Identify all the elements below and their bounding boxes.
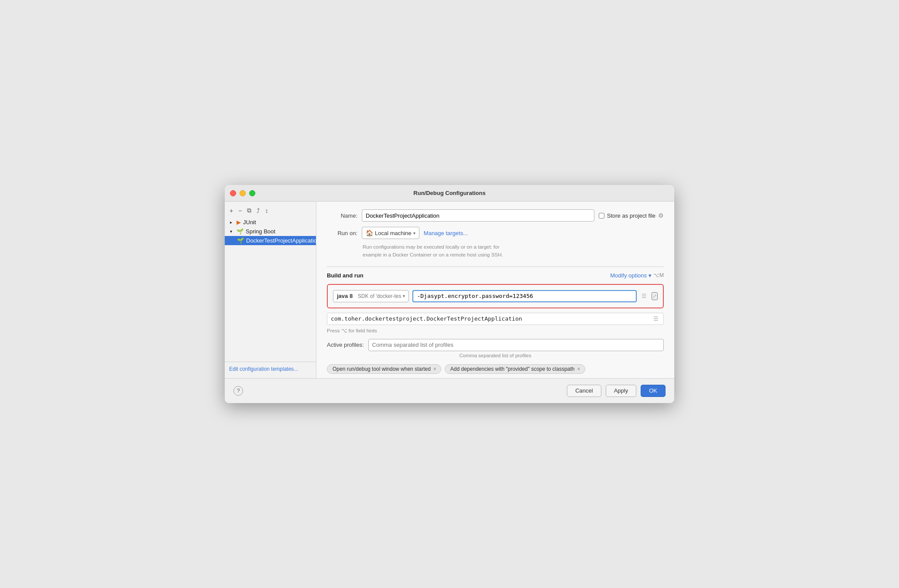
vm-options-input[interactable]: [412, 290, 637, 302]
build-run-header: Build and run Modify options ▾ ⌥M: [327, 272, 664, 279]
footer: ? Cancel Apply OK: [225, 378, 674, 403]
run-on-label: Run on:: [327, 230, 357, 236]
cancel-button[interactable]: Cancel: [567, 385, 601, 397]
manage-targets-link[interactable]: Manage targets...: [424, 230, 468, 236]
apply-button[interactable]: Apply: [606, 385, 637, 397]
modify-options-button[interactable]: Modify options ▾ ⌥M: [610, 272, 664, 279]
chip-add-deps-close[interactable]: ×: [577, 366, 580, 372]
java-select[interactable]: java 8 SDK of 'docker-tes ▾: [333, 290, 409, 302]
junit-arrow: ▸: [230, 220, 234, 225]
add-config-button[interactable]: +: [228, 206, 234, 215]
traffic-lights: [230, 190, 255, 196]
sidebar: + − ⧉ ⤴ ↕ ▸ ▶ JUnit ▾ 🌱 Spring Boot: [225, 202, 316, 378]
gear-icon[interactable]: ⚙: [658, 212, 664, 219]
java-label: java 8: [337, 293, 353, 299]
chip-open-window-label: Open run/debug tool window when started: [333, 366, 431, 372]
press-hint: Press ⌥ for field hints: [327, 327, 664, 339]
hint-text: Run configurations may be executed local…: [327, 242, 664, 263]
vm-options-doc-button[interactable]: ☰: [640, 292, 648, 300]
mainclass-row: com.toher.dockertestproject.DockerTestPr…: [327, 313, 664, 325]
mainclass-browse-button[interactable]: ☰: [652, 315, 660, 323]
active-profiles-label: Active profiles:: [327, 342, 364, 348]
spring-boot-label: Spring Boot: [246, 228, 275, 235]
java-select-chevron: ▾: [403, 294, 405, 298]
house-icon: 🏠: [366, 229, 373, 236]
name-row: Name: Store as project file ⚙: [327, 209, 664, 222]
sort-config-button[interactable]: ↕: [264, 206, 269, 215]
mainclass-value: com.toher.dockertestproject.DockerTestPr…: [331, 315, 649, 322]
store-label[interactable]: Store as project file: [607, 212, 655, 219]
spring-boot-icon: 🌱: [237, 228, 244, 235]
close-button[interactable]: [230, 190, 236, 196]
run-on-row: Run on: 🏠 Local machine ▾ Manage targets…: [327, 227, 664, 239]
ok-button[interactable]: OK: [641, 385, 666, 397]
run-on-select[interactable]: 🏠 Local machine ▾: [362, 227, 419, 239]
sidebar-item-docker-test[interactable]: 🌱 DockerTestProjectApplication: [225, 236, 316, 245]
chip-add-deps-label: Add dependencies with "provided" scope t…: [450, 366, 575, 372]
minimize-button[interactable]: [240, 190, 246, 196]
junit-label: JUnit: [243, 219, 256, 226]
window-title: Run/Debug Configurations: [413, 190, 485, 196]
remove-config-button[interactable]: −: [237, 206, 243, 215]
modify-options-chevron: ▾: [649, 272, 652, 279]
copy-config-button[interactable]: ⧉: [246, 206, 253, 215]
move-config-button[interactable]: ⤴: [255, 206, 261, 215]
docker-test-icon: 🌱: [237, 237, 244, 244]
chip-open-window-close[interactable]: ×: [433, 366, 436, 372]
help-icon: ?: [237, 387, 240, 394]
build-run-title: Build and run: [327, 272, 364, 279]
sidebar-item-spring-boot[interactable]: ▾ 🌱 Spring Boot: [225, 227, 316, 236]
java-sdk-label: SDK of 'docker-tes: [358, 293, 401, 299]
modify-shortcut: ⌥M: [653, 272, 664, 278]
modify-options-label: Modify options: [610, 272, 647, 279]
build-run-row: java 8 SDK of 'docker-tes ▾ ☰ ⤢: [333, 290, 658, 302]
active-profiles-input[interactable]: [368, 339, 664, 351]
sidebar-tree: ▸ ▶ JUnit ▾ 🌱 Spring Boot 🌱 DockerTestPr…: [225, 217, 316, 362]
titlebar: Run/Debug Configurations: [225, 185, 674, 202]
junit-icon: ▶: [237, 219, 241, 226]
chips-row: Open run/debug tool window when started …: [327, 364, 664, 374]
chip-add-deps: Add dependencies with "provided" scope t…: [445, 364, 585, 374]
store-checkbox-area: Store as project file ⚙: [599, 212, 664, 219]
main-panel: Name: Store as project file ⚙ Run on: 🏠 …: [316, 202, 674, 378]
name-label: Name:: [327, 212, 357, 219]
sidebar-footer: Edit configuration templates...: [225, 362, 316, 376]
run-on-chevron: ▾: [413, 231, 415, 236]
maximize-button[interactable]: [249, 190, 255, 196]
divider: [327, 267, 664, 267]
store-checkbox[interactable]: [599, 213, 604, 219]
vm-options-expand-button[interactable]: ⤢: [652, 292, 658, 300]
spring-boot-arrow: ▾: [230, 229, 234, 234]
build-run-box: java 8 SDK of 'docker-tes ▾ ☰ ⤢: [327, 284, 664, 308]
sidebar-toolbar: + − ⧉ ⤴ ↕: [225, 204, 316, 217]
docker-test-label: DockerTestProjectApplication: [246, 237, 320, 244]
sidebar-item-junit[interactable]: ▸ ▶ JUnit: [225, 218, 316, 227]
edit-templates-link[interactable]: Edit configuration templates...: [229, 366, 298, 372]
active-profiles-row: Active profiles:: [327, 339, 664, 351]
profiles-hint: Comma separated list of profiles: [327, 353, 664, 358]
help-button[interactable]: ?: [233, 386, 243, 396]
run-on-value: Local machine: [375, 230, 412, 236]
chip-open-window: Open run/debug tool window when started …: [327, 364, 441, 374]
name-input[interactable]: [362, 209, 594, 222]
